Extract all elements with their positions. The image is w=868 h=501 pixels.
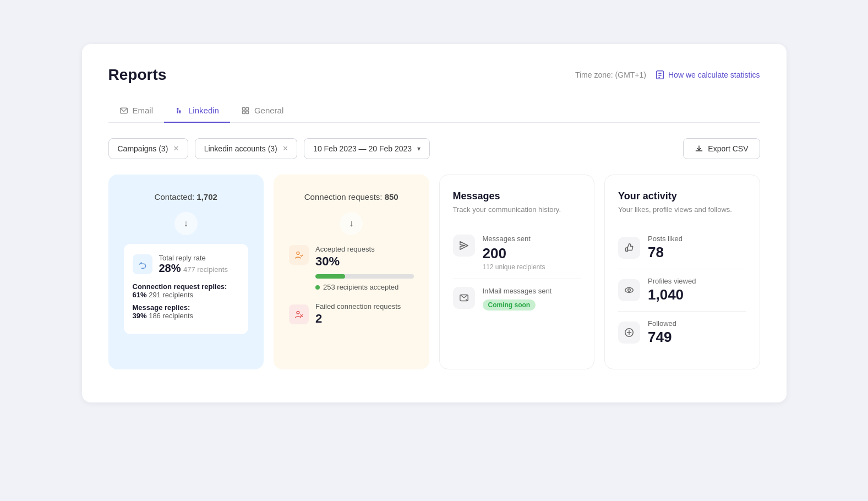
- send-icon: [459, 241, 469, 251]
- download-icon: [695, 144, 703, 153]
- accounts-filter[interactable]: Linkedin accounts (3) ×: [195, 138, 297, 159]
- activity-subtitle: Your likes, profile views and follows.: [618, 205, 746, 214]
- inmail-icon-wrap: [453, 287, 475, 309]
- connections-arrow-icon: ↓: [340, 212, 363, 235]
- accepted-info: Accepted requests 30% 253 recipients acc…: [315, 245, 414, 291]
- messages-title: Messages: [453, 190, 581, 202]
- email-icon: [119, 106, 128, 115]
- cards-grid: Contacted: 1,702 ↓ Total reply rate 28%: [108, 175, 760, 369]
- export-csv-button[interactable]: Export CSV: [683, 138, 760, 159]
- svg-rect-6: [177, 110, 178, 113]
- follow-icon-wrap: [618, 322, 640, 344]
- header-right: Time zone: (GMT+1) How we calculate stat…: [575, 70, 760, 80]
- svg-rect-11: [246, 111, 249, 113]
- general-icon: [241, 106, 250, 115]
- failed-info: Failed connection requests 2: [315, 302, 414, 326]
- book-icon: [655, 70, 665, 80]
- progress-bar: [315, 274, 414, 279]
- progress-bar-fill: [315, 274, 345, 279]
- contacted-card: Contacted: 1,702 ↓ Total reply rate 28%: [108, 175, 264, 369]
- send-icon-wrap: [453, 235, 475, 257]
- followed-stat: Followed 749: [618, 312, 746, 353]
- person-x-icon: [294, 310, 303, 319]
- linkedin-icon: [175, 106, 184, 115]
- tabs-bar: Email Linkedin General: [108, 99, 760, 123]
- contacted-arrow-icon: ↓: [174, 212, 198, 235]
- reply-icon: [133, 254, 152, 274]
- how-calculate-link[interactable]: How we calculate statistics: [655, 70, 760, 80]
- svg-point-16: [628, 289, 631, 292]
- messages-subtitle: Track your communication history.: [453, 205, 581, 214]
- profiles-viewed-stat: Profiles viewed 1,040: [618, 269, 746, 312]
- messages-sent-info: Messages sent 200 112 unique recipients: [483, 235, 581, 271]
- page-header: Reports Time zone: (GMT+1) How we calcul…: [108, 66, 760, 84]
- filters-bar: Campaigns (3) × Linkedin accounts (3) × …: [108, 138, 760, 159]
- chevron-down-icon: ▾: [417, 145, 421, 153]
- messages-sent-stat: Messages sent 200 112 unique recipients: [453, 227, 581, 279]
- failed-icon: [289, 304, 309, 324]
- svg-point-13: [297, 311, 299, 314]
- activity-title: Your activity: [618, 190, 746, 202]
- campaigns-clear-icon[interactable]: ×: [173, 144, 178, 153]
- coming-soon-badge: Coming soon: [483, 299, 536, 311]
- reply-section: Total reply rate 28% 477 recipients Conn…: [124, 244, 249, 334]
- posts-liked-info: Posts liked 78: [648, 235, 746, 261]
- green-dot: [315, 285, 320, 290]
- tab-email[interactable]: Email: [108, 99, 165, 123]
- msg-replies-stat: Message replies: 39% 186 recipients: [133, 303, 240, 320]
- tab-general[interactable]: General: [230, 99, 294, 123]
- followed-info: Followed 749: [648, 319, 746, 346]
- reply-rate-row: Total reply rate 28% 477 recipients: [133, 254, 240, 275]
- thumbs-up-icon: [624, 243, 634, 253]
- svg-point-15: [625, 288, 633, 293]
- reply-rate-info: Total reply rate 28% 477 recipients: [159, 254, 228, 275]
- eye-icon: [624, 285, 634, 295]
- posts-liked-stat: Posts liked 78: [618, 227, 746, 269]
- reply-arrow-icon: [138, 260, 147, 269]
- campaigns-filter[interactable]: Campaigns (3) ×: [108, 138, 188, 159]
- date-range-filter[interactable]: 10 Feb 2023 — 20 Feb 2023 ▾: [304, 138, 430, 159]
- person-check-icon: [294, 251, 303, 259]
- connections-card: Connection requests: 850 ↓ Accepted requ…: [274, 175, 429, 369]
- inmail-icon: [459, 293, 469, 303]
- svg-rect-10: [242, 111, 245, 113]
- conn-replies-stat: Connection request replies: 61% 291 reci…: [133, 282, 240, 299]
- eye-icon-wrap: [618, 279, 640, 301]
- page-title: Reports: [108, 66, 167, 84]
- svg-rect-9: [246, 107, 249, 110]
- svg-point-5: [177, 108, 178, 109]
- timezone-label: Time zone: (GMT+1): [575, 70, 646, 79]
- messages-card: Messages Track your communication histor…: [439, 175, 595, 369]
- accounts-clear-icon[interactable]: ×: [283, 144, 288, 153]
- accepted-section: Accepted requests 30% 253 recipients acc…: [289, 245, 414, 291]
- connections-label: Connection requests: 850: [304, 192, 398, 202]
- follow-icon: [624, 328, 634, 337]
- inmail-info: InMail messages sent Coming soon: [483, 287, 581, 311]
- profiles-viewed-info: Profiles viewed 1,040: [648, 277, 746, 303]
- failed-section: Failed connection requests 2: [289, 302, 414, 326]
- recipients-accepted: 253 recipients accepted: [315, 283, 414, 291]
- contacted-label: Contacted: 1,702: [155, 192, 217, 202]
- activity-card: Your activity Your likes, profile views …: [604, 175, 760, 369]
- thumbs-up-icon-wrap: [618, 237, 640, 259]
- main-container: Reports Time zone: (GMT+1) How we calcul…: [82, 44, 787, 402]
- inmail-stat: InMail messages sent Coming soon: [453, 279, 581, 318]
- svg-rect-8: [242, 107, 245, 110]
- accepted-icon: [289, 245, 309, 265]
- tab-linkedin[interactable]: Linkedin: [164, 99, 230, 123]
- svg-point-12: [297, 252, 299, 254]
- sub-stats: Connection request replies: 61% 291 reci…: [133, 282, 240, 320]
